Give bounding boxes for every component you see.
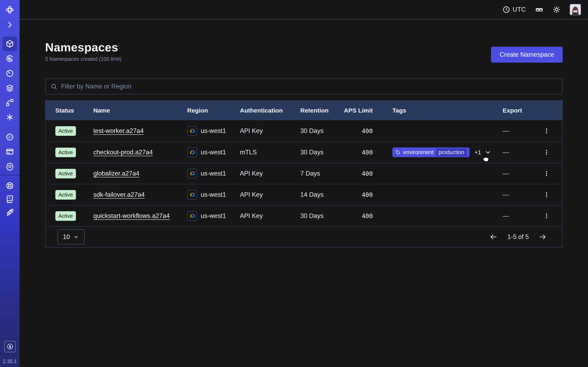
namespace-link[interactable]: checkout-prod.a27a4 [93,149,153,156]
namespace-link[interactable]: sdk-failover.a27a4 [93,191,145,198]
namespace-link[interactable]: quickstart-workflows.a27a4 [93,212,170,220]
aps-cell: 400 [344,163,376,184]
usage-gauge-icon [5,133,14,142]
sidebar-divider [0,175,20,175]
avatar-image [570,4,581,15]
col-region: Region [183,101,236,120]
sidebar-item-support[interactable] [0,178,20,193]
sidebar: $ 2.35.1 [0,0,20,367]
status-badge: Active [55,169,76,178]
sidebar-item-schedules[interactable] [0,66,20,81]
arrow-left-icon [489,233,498,241]
gcp-icon [189,170,195,176]
row-menu-button[interactable] [541,210,552,222]
aps-cell: 400 [344,142,376,163]
user-avatar[interactable] [570,4,581,15]
sidebar-item-docs[interactable] [0,192,20,206]
aps-value: 400 [362,127,373,134]
row-menu-button[interactable] [541,168,552,179]
actions-cell [531,184,562,205]
sidebar-item-deployments[interactable] [0,81,20,95]
col-retention: Retention [296,101,344,120]
status-cell: Active [45,142,89,163]
theme-toggle-button[interactable] [553,6,561,14]
status-badge: Active [55,126,76,136]
name-cell: sdk-failover.a27a4 [89,184,183,205]
namespaces-cube-icon [5,39,14,48]
namespace-link[interactable]: test-worker.a27a4 [93,127,144,134]
sidebar-item-monitor[interactable] [0,51,20,66]
page-size-select[interactable]: 10 [58,229,85,244]
actions-cell [531,120,562,142]
clock-icon [502,6,510,13]
retention-cell: 30 Days [296,206,344,226]
table-header-row: Status Name Region Authentication Retent… [45,101,562,120]
row-menu-button[interactable] [541,125,552,137]
namespace-link[interactable]: globalizer.a27a4 [93,170,139,177]
tags-expand-button[interactable] [484,149,492,156]
kebab-menu-icon [543,127,550,134]
create-namespace-button[interactable]: Create Namespace [491,47,563,63]
tag-value: production [436,149,467,156]
auth-cell: API Key [236,120,296,142]
aps-value: 400 [362,149,373,156]
app-root: $ 2.35.1 UTC [0,0,588,367]
reader-mode-button[interactable] [535,5,544,14]
tag-pill[interactable]: environment production [392,147,470,157]
row-menu-button[interactable] [541,147,552,158]
status-badge: Active [55,148,76,157]
status-cell: Active [45,120,89,142]
sidebar-item-namespaces[interactable] [0,36,20,51]
tag-key: environment [403,149,434,156]
gcp-icon [189,128,195,134]
col-name: Name [89,101,183,120]
tag-overflow-count: +1 [475,149,481,156]
sidebar-expand-button[interactable] [0,17,20,32]
light-theme-sun-icon [553,6,561,14]
getting-started-rocket-icon [5,208,14,217]
export-cell: — [493,120,531,142]
region-cell: us-west1 [183,142,236,163]
app-version: 2.35.1 [0,359,20,364]
cloud-provider-badge [187,126,197,136]
gcp-icon [189,149,195,155]
filter-bar [45,78,563,94]
aps-value: 400 [362,191,373,198]
status-cell: Active [45,184,89,205]
pricing-button[interactable]: $ [4,341,16,352]
sidebar-item-settings[interactable] [0,159,20,174]
aps-cell: 400 [344,184,376,205]
next-page-button[interactable] [539,233,547,241]
previous-page-button[interactable] [489,233,498,241]
sidebar-item-usage[interactable] [0,130,20,144]
sidebar-item-getting-started[interactable] [0,205,20,220]
actions-cell [531,163,562,184]
col-aps-limit: APS Limit [344,101,376,120]
region-label: us-west1 [201,212,226,220]
filter-input[interactable] [61,83,557,90]
region-label: us-west1 [201,191,226,198]
page-header: Namespaces 5 Namespaces created (100 lim… [45,40,121,62]
sidebar-item-billing[interactable] [0,144,20,159]
status-cell: Active [45,163,89,184]
region-label: us-west1 [201,127,226,134]
retention-cell: 14 Days [296,184,344,205]
timezone-selector[interactable]: UTC [502,6,526,13]
countdown-timer-icon [5,69,14,78]
aps-value: 400 [362,212,373,220]
table-row: Active checkout-prod.a27a4 us-west1 mTLS… [45,142,562,163]
name-cell: quickstart-workflows.a27a4 [89,206,183,226]
region-cell: us-west1 [183,120,236,142]
col-actions [531,101,562,120]
sidebar-item-connectivity[interactable] [0,110,20,125]
export-cell: — [493,163,531,184]
tags-cell [376,184,493,205]
chevron-down-icon [484,149,492,156]
kebab-menu-icon [543,191,550,198]
actions-cell [531,206,562,226]
sidebar-item-nexus[interactable] [0,95,20,110]
retention-cell: 30 Days [296,120,344,142]
tags-cell [376,163,493,184]
temporal-logo[interactable] [0,2,20,17]
row-menu-button[interactable] [541,189,552,200]
